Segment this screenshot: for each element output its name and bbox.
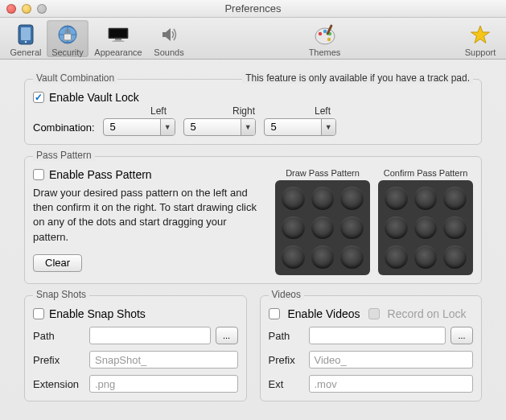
pattern-dot[interactable] xyxy=(385,216,408,240)
enable-pattern-label: Enable Pass Pattern xyxy=(49,168,152,181)
svg-point-10 xyxy=(318,32,321,35)
tab-appearance[interactable]: Appearance xyxy=(88,20,148,57)
pattern-dot[interactable] xyxy=(385,187,408,210)
titlebar: Preferences xyxy=(0,0,506,18)
draw-grid-title: Draw Pass Pattern xyxy=(286,168,360,178)
svg-point-2 xyxy=(25,41,27,43)
combo-value-2: 5 xyxy=(184,119,241,135)
snap-path-input[interactable] xyxy=(89,327,211,344)
pattern-dot[interactable] xyxy=(385,245,408,269)
star-icon xyxy=(469,23,492,46)
monitor-icon xyxy=(107,23,130,46)
video-prefix-input[interactable]: Video_ xyxy=(309,351,474,369)
tab-support[interactable]: Support xyxy=(459,20,501,57)
videos-legend: Videos xyxy=(269,289,304,300)
palette-icon xyxy=(314,23,336,46)
zoom-button[interactable] xyxy=(37,4,47,14)
record-on-lock-label: Record on Lock xyxy=(388,307,467,320)
close-button[interactable] xyxy=(6,4,16,14)
pattern-dot[interactable] xyxy=(443,216,467,240)
enable-snapshots-checkbox[interactable] xyxy=(33,308,44,319)
tab-label: Appearance xyxy=(94,47,142,57)
snap-ext-label: Extension xyxy=(33,378,84,390)
svg-rect-7 xyxy=(115,39,121,40)
lock-globe-icon xyxy=(56,23,79,46)
draw-pattern-grid[interactable] xyxy=(275,180,370,275)
enable-videos-checkbox[interactable] xyxy=(269,308,280,319)
enable-vault-label: Enable Vault Lock xyxy=(49,91,139,104)
pattern-dot[interactable] xyxy=(414,216,438,240)
tab-sounds[interactable]: Sounds xyxy=(148,20,190,57)
tab-label: General xyxy=(10,47,41,57)
vault-legend: Vault Combination xyxy=(33,72,117,84)
combo-select-1[interactable]: 5 ▼ xyxy=(103,118,175,136)
svg-rect-8 xyxy=(113,40,125,42)
clear-button[interactable]: Clear xyxy=(33,254,82,272)
tab-general[interactable]: General xyxy=(5,20,47,57)
video-path-label: Path xyxy=(269,330,304,342)
tab-label: Support xyxy=(465,47,496,57)
speaker-icon xyxy=(158,23,180,46)
confirm-grid-title: Confirm Pass Pattern xyxy=(384,168,468,178)
vault-combination-group: Vault Combination This feature is only a… xyxy=(24,79,482,145)
tab-label: Themes xyxy=(309,47,341,57)
combo-select-3[interactable]: 5 ▼ xyxy=(264,118,336,136)
chevron-down-icon: ▼ xyxy=(321,119,335,135)
enable-pattern-checkbox[interactable] xyxy=(33,169,44,180)
svg-rect-1 xyxy=(21,27,31,40)
tab-label: Security xyxy=(51,47,84,57)
snapshots-legend: Snap Shots xyxy=(33,289,89,300)
enable-videos-label: Enable Videos xyxy=(288,307,360,320)
pattern-dot[interactable] xyxy=(414,187,438,210)
pattern-dot[interactable] xyxy=(340,216,364,240)
tab-label: Sounds xyxy=(154,47,183,57)
combo-dir-3: Left xyxy=(311,105,384,117)
pattern-dot[interactable] xyxy=(340,187,364,210)
record-on-lock-checkbox xyxy=(368,308,380,319)
snap-browse-button[interactable]: ... xyxy=(216,327,238,344)
pattern-dot[interactable] xyxy=(282,187,305,210)
svg-point-13 xyxy=(327,38,330,41)
videos-group: Videos Enable Videos Record on Lock Path… xyxy=(260,295,483,401)
video-ext-input[interactable]: .mov xyxy=(309,375,474,393)
tab-themes[interactable]: Themes xyxy=(304,20,346,57)
video-path-input[interactable] xyxy=(309,327,446,344)
combo-dir-2: Right xyxy=(229,105,302,117)
pattern-dot[interactable] xyxy=(282,245,305,269)
combo-value-3: 5 xyxy=(265,119,321,135)
snap-prefix-input[interactable]: SnapShot_ xyxy=(89,351,238,369)
traffic-lights xyxy=(6,4,47,14)
window-title: Preferences xyxy=(0,2,506,14)
combo-value-1: 5 xyxy=(104,119,160,135)
device-icon xyxy=(14,23,37,46)
pattern-dot[interactable] xyxy=(340,245,364,269)
combination-label: Combination: xyxy=(33,121,95,134)
pattern-dot[interactable] xyxy=(311,187,335,210)
pattern-dot[interactable] xyxy=(311,245,335,269)
svg-rect-4 xyxy=(64,34,72,40)
pattern-dot[interactable] xyxy=(311,216,335,240)
pattern-dot[interactable] xyxy=(443,245,467,269)
toolbar: General Security Appearance Sounds Theme… xyxy=(0,18,506,60)
pass-pattern-group: Pass Pattern Enable Pass Pattern Draw yo… xyxy=(24,156,482,284)
minimize-button[interactable] xyxy=(22,4,31,14)
pattern-legend: Pass Pattern xyxy=(33,150,95,161)
chevron-down-icon: ▼ xyxy=(160,119,175,135)
combo-dir-1: Left xyxy=(147,105,220,117)
enable-vault-checkbox[interactable]: ✓ xyxy=(33,92,44,103)
confirm-pattern-grid[interactable] xyxy=(378,180,473,275)
tab-security[interactable]: Security xyxy=(47,20,88,57)
vault-note: This feature is only available if you ha… xyxy=(242,72,473,84)
enable-snapshots-label: Enable Snap Shots xyxy=(49,307,146,320)
video-ext-label: Ext xyxy=(269,378,304,390)
combo-select-2[interactable]: 5 ▼ xyxy=(183,118,256,136)
snap-prefix-label: Prefix xyxy=(33,354,84,366)
pattern-dot[interactable] xyxy=(443,187,467,210)
svg-point-11 xyxy=(323,30,326,33)
pattern-dot[interactable] xyxy=(282,216,305,240)
video-browse-button[interactable]: ... xyxy=(450,327,473,344)
video-prefix-label: Prefix xyxy=(269,354,304,366)
pattern-dot[interactable] xyxy=(414,245,438,269)
snap-ext-input[interactable]: .png xyxy=(89,375,238,393)
snap-path-label: Path xyxy=(33,330,84,342)
